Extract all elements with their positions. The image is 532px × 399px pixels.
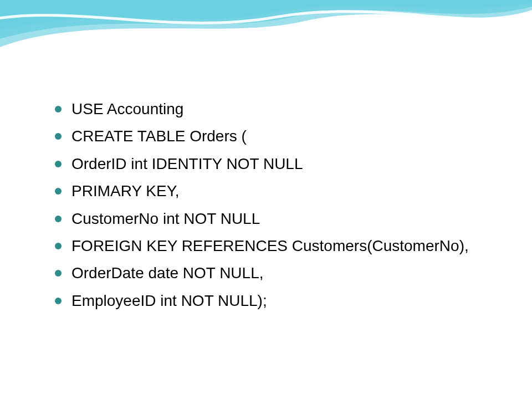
list-item: CustomerNo int NOT NULL	[53, 207, 488, 231]
list-item: OrderID int IDENTITY NOT NULL	[53, 152, 488, 176]
list-item: PRIMARY KEY,	[53, 179, 488, 203]
list-item: FOREIGN KEY REFERENCES Customers(Custome…	[53, 234, 488, 258]
slide-content: USE Accounting CREATE TABLE Orders ( Ord…	[53, 97, 488, 316]
list-item: EmployeeID int NOT NULL);	[53, 289, 488, 313]
list-item: CREATE TABLE Orders (	[53, 124, 488, 148]
list-item: USE Accounting	[53, 97, 488, 121]
wave-decoration	[0, 0, 532, 100]
list-item: OrderDate date NOT NULL,	[53, 261, 488, 285]
bullet-list: USE Accounting CREATE TABLE Orders ( Ord…	[53, 97, 488, 313]
